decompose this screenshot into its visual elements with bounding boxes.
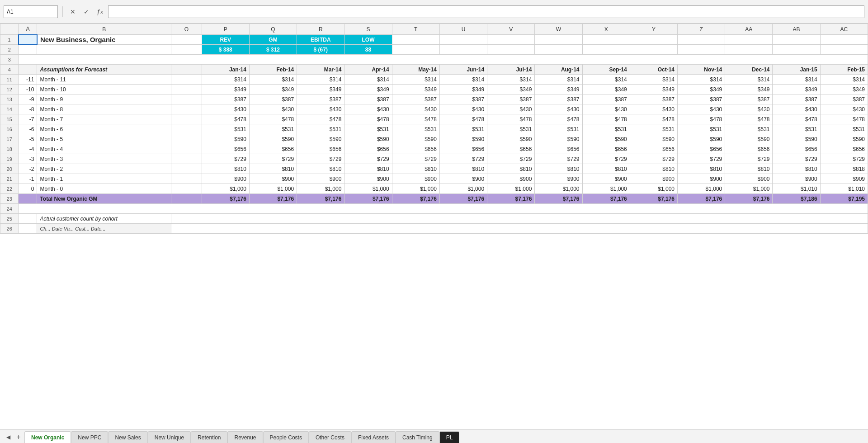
confirm-icon[interactable]: ✓ xyxy=(81,6,92,17)
cancel-icon[interactable]: ✕ xyxy=(67,6,78,17)
toolbar: A1 ✕ ✓ ƒx xyxy=(0,0,868,24)
cell-name-box[interactable]: A1 xyxy=(4,5,58,18)
toolbar-separator-1 xyxy=(62,6,63,17)
formula-bar[interactable] xyxy=(108,5,864,18)
function-icon[interactable]: ƒx xyxy=(94,6,105,17)
